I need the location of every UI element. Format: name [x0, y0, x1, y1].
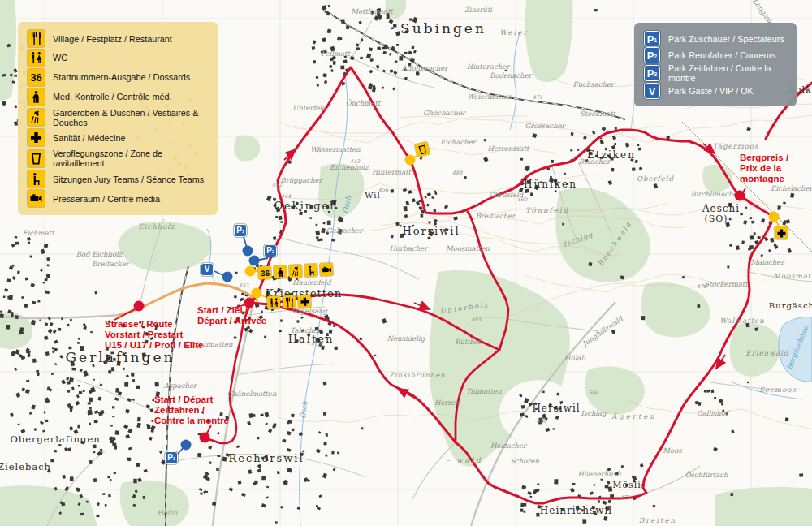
- race-course-map: SubingenGerlafingenObergerlafingenZieleb…: [0, 0, 812, 526]
- legend-label: Verpflegungszone / Zone de ravitaillemen…: [53, 149, 208, 168]
- svg-text:36: 36: [30, 71, 41, 84]
- legend-label: Park Gäste / VIP / OK: [668, 86, 754, 96]
- parking-sign-icon: P2: [644, 47, 660, 63]
- legend-row: P3 Park Zeitfahren / Contre la montre: [644, 63, 787, 83]
- legend-label: Presseraum / Centre média: [53, 194, 160, 204]
- legend-label: Village / Festplatz / Restaurant: [53, 34, 172, 44]
- legend-row: Garderoben & Duschen / Vestiaires & Douc…: [28, 108, 208, 127]
- legend-icon: 36: [28, 69, 45, 86]
- legend-row: V Park Gäste / VIP / OK: [644, 83, 787, 99]
- legend-row: WC: [28, 50, 208, 67]
- legend-row: 36 Startnummern-Ausgabe / Dossards: [28, 69, 208, 86]
- legend-row: Village / Festplatz / Restaurant: [28, 30, 208, 47]
- parking-sign-icon: P1: [644, 31, 660, 47]
- vorstart-road: [119, 283, 257, 315]
- legend-label: Startnummern-Ausgabe / Dossards: [53, 72, 190, 82]
- parking-legend: P1 Park Zuschauer / Spectateurs P2 Park …: [634, 23, 797, 106]
- legend-row: Presseraum / Centre média: [28, 190, 208, 207]
- legend-row: Sanität / Médecine: [28, 129, 208, 146]
- legend-row: P2 Park Rennfahrer / Coureurs: [644, 47, 787, 63]
- legend-icon: [28, 50, 45, 67]
- legend-label: Med. Kontrolle / Contrôle méd.: [53, 92, 171, 101]
- parking-sign-icon: V: [644, 83, 660, 99]
- legend-label: Sitzungen Jury Teams / Séance Teams: [53, 175, 204, 184]
- legend-label: Garderoben & Duschen / Vestiaires & Douc…: [53, 108, 208, 127]
- legend-row: Sitzungen Jury Teams / Séance Teams: [28, 170, 208, 188]
- legend-label: WC: [53, 53, 67, 63]
- legend-icon: [28, 109, 45, 126]
- legend-label: Sanität / Médecine: [53, 133, 125, 143]
- legend-label: Park Rennfahrer / Coureurs: [668, 50, 776, 60]
- legend-label: Park Zuschauer / Spectateurs: [668, 34, 784, 44]
- legend-icon: [28, 129, 45, 146]
- legend-icon: [28, 190, 45, 207]
- legend-row: Med. Kontrolle / Contrôle méd.: [28, 88, 208, 106]
- legend-row: Verpflegungszone / Zone de ravitaillemen…: [28, 149, 208, 168]
- legend-row: P1 Park Zuschauer / Spectateurs: [644, 31, 787, 47]
- parking-sign-icon: P3: [644, 65, 660, 81]
- legend-icon: [28, 88, 45, 106]
- legend-icon: [28, 170, 45, 188]
- services-legend: Village / Festplatz / Restaurant WC 36 S…: [18, 22, 218, 215]
- legend-icon: [28, 150, 45, 167]
- legend-label: Park Zeitfahren / Contre la montre: [668, 63, 787, 83]
- legend-icon: [28, 30, 45, 47]
